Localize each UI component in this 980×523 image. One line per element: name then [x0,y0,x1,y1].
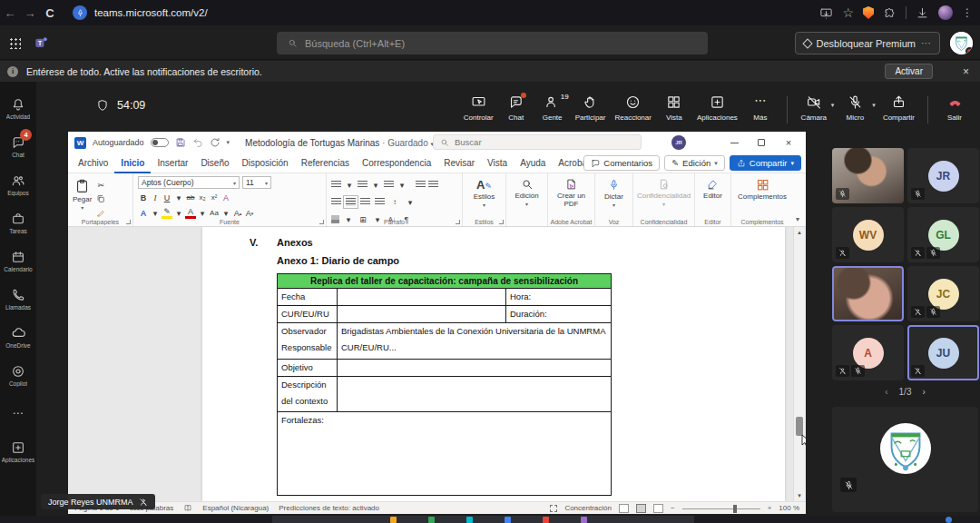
addins-button[interactable]: Complementos [736,176,789,201]
zoom-slider[interactable] [682,504,760,513]
editing-mode-button[interactable]: ✎ Edición ▾ [664,155,725,171]
mic-button[interactable]: Micro [837,94,873,122]
font-name-select[interactable]: Aptos (Cuerpo)▾ [138,176,240,189]
sidebar-item-llamadas[interactable]: Llamadas [0,280,36,318]
qat-customize-icon[interactable]: ▾ [227,139,230,146]
browser-profile-avatar[interactable] [938,5,953,20]
align-center-icon[interactable] [346,198,356,206]
leave-button[interactable]: Salir [936,94,973,122]
paste-button[interactable]: Pegar ▾ [73,176,92,218]
zoom-slider-knob[interactable] [733,505,737,513]
taskbar-icon[interactable] [946,517,952,523]
raise-hand-button[interactable]: Participar [571,94,611,122]
extensions-puzzle-icon[interactable] [883,6,897,20]
taskbar-icon[interactable] [428,517,435,523]
justify-icon[interactable] [375,198,385,206]
align-right-icon[interactable] [360,198,370,206]
tab-disposicion[interactable]: Disposición [236,153,295,173]
fecha-value-cell[interactable] [338,289,506,306]
share-button[interactable]: Compartir [878,94,919,122]
font-color-button[interactable]: A [185,207,196,219]
font-launcher-icon[interactable] [319,220,324,224]
word-account-avatar[interactable]: JR [671,135,686,150]
participant-video-tile-speaking[interactable] [832,266,904,321]
organization-tile[interactable] [832,407,978,512]
next-page-icon[interactable]: › [922,387,925,397]
descripcion-value-cell[interactable] [338,377,612,412]
banner-close-icon[interactable]: × [963,65,969,78]
taskbar-icon[interactable] [390,517,397,523]
save-icon[interactable] [175,137,186,148]
tab-inicio[interactable]: Inicio [114,153,151,173]
participant-tile[interactable]: JC [907,266,979,321]
participant-tile[interactable]: JR [907,148,979,203]
subscript-button[interactable]: x₂ [197,192,208,203]
control-button[interactable]: Controlar [459,94,498,122]
sidebar-item-equipos[interactable]: Equipos [0,165,36,203]
focus-mode-button[interactable]: Concentración [564,504,612,512]
downloads-icon[interactable] [916,6,929,20]
highlight-button[interactable]: ✎ [162,207,172,219]
windows-taskbar[interactable] [0,516,980,523]
sidebar-item-actividad[interactable]: Actividad [0,89,36,127]
sidebar-item-chat[interactable]: 4 Chat [0,127,36,165]
line-spacing-icon[interactable]: ↕ [389,196,400,208]
restore-button[interactable] [748,132,775,153]
read-mode-icon[interactable] [619,504,629,513]
sidebar-item-aplicaciones[interactable]: Aplicaciones [0,432,36,470]
zoom-out-icon[interactable]: − [671,504,675,512]
teams-profile-avatar[interactable] [950,32,973,54]
change-case-button[interactable]: Aa [209,207,220,219]
clipboard-launcher-icon[interactable] [126,220,131,224]
reload-icon[interactable]: C [40,6,60,20]
close-button[interactable]: × [775,132,802,153]
taskbar-icon[interactable] [466,517,473,523]
objetivo-value-cell[interactable] [338,360,612,377]
tab-vista[interactable]: Vista [481,153,514,173]
clear-formatting-button[interactable]: A [220,192,231,203]
view-button[interactable]: Vista [656,94,692,122]
taskbar-icon[interactable] [581,517,587,523]
camera-button[interactable]: Cámara [796,94,832,122]
print-layout-icon[interactable] [636,504,646,513]
browser-menu-icon[interactable]: ⋮ [962,6,973,19]
zoom-in-icon[interactable]: + [768,504,772,512]
bold-button[interactable]: B [138,192,149,203]
language-indicator[interactable]: Español (Nicaragua) [202,504,269,512]
participant-tile[interactable]: WV [832,207,904,262]
sensitivity-button[interactable]: Confidencialidad ▾ [638,176,690,207]
prev-page-icon[interactable]: ‹ [885,387,887,397]
dictate-button[interactable]: Dictar ▾ [600,176,628,208]
scrollbar-thumb[interactable] [796,417,803,436]
tab-archivo[interactable]: Archivo [72,153,114,173]
word-search-input[interactable]: Buscar [433,134,642,150]
copy-icon[interactable] [95,192,106,204]
paragraph-launcher-icon[interactable] [456,220,460,224]
redo-icon[interactable] [210,137,220,148]
share-document-button[interactable]: Compartir ▾ [730,155,801,171]
underline-options[interactable]: ▾ [173,192,184,203]
document-canvas[interactable]: V. Anexos Anexo 1: Diario de campo Repli… [68,227,806,501]
grow-font-button[interactable]: A▴ [232,207,243,219]
site-mic-permission-icon[interactable] [73,5,87,20]
sidebar-item-copilot[interactable]: Copilot [0,356,36,394]
multilevel-list-icon[interactable] [384,181,394,189]
participant-tile[interactable]: JU [907,325,979,380]
styles-button[interactable]: A✎ Estilos ▾ [467,176,501,208]
tab-revisar[interactable]: Revisar [437,153,481,173]
document-scrollbar[interactable]: ▴ ▾ [793,227,805,501]
participant-tile[interactable]: GL [907,207,979,262]
tab-diseno[interactable]: Diseño [194,153,235,173]
cut-icon[interactable]: ✂ [95,179,106,191]
proofing-book-icon[interactable] [183,504,192,512]
minimize-button[interactable] [720,132,748,153]
comments-button[interactable]: Comentarios [583,155,660,171]
zoom-level[interactable]: 100 % [779,504,799,512]
cur-value-cell[interactable] [338,306,506,323]
undo-icon[interactable] [192,137,203,148]
adblock-extension-icon[interactable] [863,6,874,19]
taskbar-icon[interactable] [543,517,549,523]
editor-button[interactable]: Editor [700,176,726,200]
react-button[interactable]: Reaccionar [610,94,655,122]
increase-indent-icon[interactable] [428,181,438,189]
